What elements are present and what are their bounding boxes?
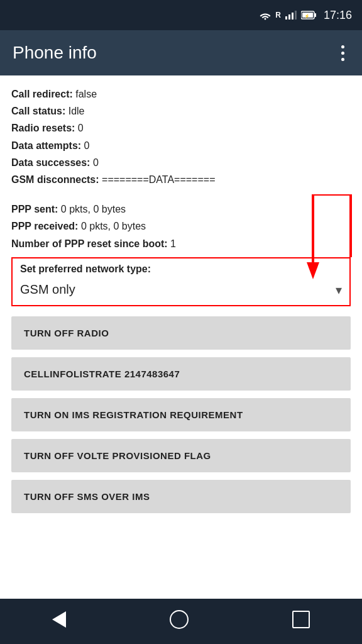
svg-rect-1 [288,14,290,19]
info-line-3: Data attempts: 0 [11,137,351,154]
app-bar: Phone info [0,30,362,75]
status-bar: R ⚡ 17:16 [0,0,362,30]
data-successes-value: 0 [93,157,99,168]
svg-rect-0 [285,16,287,19]
data-attempts-label: Data attempts: [11,140,81,151]
info-line-4: Data successes: 0 [11,154,351,171]
data-successes-label: Data successes: [11,157,90,168]
network-type-dropdown[interactable]: GSM only ▾ [13,277,349,305]
ppp-received-value: 0 pkts, 0 bytes [81,221,146,231]
network-type-value: GSM only [20,282,75,297]
info-line-0: Call redirect: false [11,86,351,103]
dropdown-arrow-icon: ▾ [336,282,342,297]
signal-icon [285,10,297,20]
wifi-icon [259,10,272,20]
content-area: Call redirect: false Call status: Idle R… [0,75,362,599]
turn-off-radio-button[interactable]: TURN OFF RADIO [11,316,351,350]
more-options-button[interactable] [336,40,349,66]
call-redirect-label: Call redirect: [11,89,73,99]
network-type-section: Set preferred network type: GSM only ▾ [11,257,351,306]
nav-bar [0,599,362,644]
status-time: 17:16 [324,9,352,22]
action-buttons-section: TURN OFF RADIO CELLINFOLISTRATE 21474836… [11,316,351,513]
recents-button[interactable] [280,603,322,640]
ppp-sent-value: 0 pkts, 0 bytes [61,204,126,214]
svg-rect-5 [314,13,316,17]
ppp-reset-value: 1 [170,238,176,249]
radio-resets-label: Radio resets: [11,123,75,133]
info-section-2: PPP sent: 0 pkts, 0 bytes PPP received: … [11,201,351,252]
ppp-received-line: PPP received: 0 pkts, 0 bytes [11,218,351,235]
ppp-sent-label: PPP sent: [11,204,58,214]
call-redirect-value: false [75,89,97,99]
ppp-sent-line: PPP sent: 0 pkts, 0 bytes [11,201,351,218]
info-line-1: Call status: Idle [11,103,351,119]
ppp-received-label: PPP received: [11,221,78,231]
radio-resets-value: 0 [78,123,84,133]
info-section-1: Call redirect: false Call status: Idle R… [11,86,351,188]
app-bar-title: Phone info [13,43,97,63]
back-button[interactable] [40,604,79,639]
status-icons: R ⚡ 17:16 [259,9,352,22]
turn-off-volte-button[interactable]: TURN OFF VOLTE PROVISIONED FLAG [11,439,351,472]
ppp-reset-line: Number of PPP reset since boot: 1 [11,235,351,252]
network-type-label: Set preferred network type: [13,258,349,277]
svg-text:⚡: ⚡ [304,13,310,19]
turn-on-ims-button[interactable]: TURN ON IMS REGISTRATION REQUIREMENT [11,398,351,431]
svg-rect-3 [295,11,297,19]
info-line-2: Radio resets: 0 [11,119,351,136]
call-status-value: Idle [69,106,85,116]
gsm-disconnects-label: GSM disconnects: [11,174,99,185]
cellinfolistrate-button[interactable]: CELLINFOLISTRATE 2147483647 [11,357,351,391]
call-status-label: Call status: [11,106,65,116]
data-attempts-value: 0 [84,140,90,151]
r-badge: R [275,11,281,19]
gsm-disconnects-value: ========DATA======= [102,174,215,185]
ppp-reset-label: Number of PPP reset since boot: [11,238,168,249]
battery-icon: ⚡ [301,11,316,19]
info-line-5: GSM disconnects: ========DATA======= [11,171,351,188]
home-button[interactable] [157,602,201,640]
svg-rect-2 [292,13,293,19]
turn-off-sms-ims-button[interactable]: TURN OFF SMS OVER IMS [11,480,351,513]
